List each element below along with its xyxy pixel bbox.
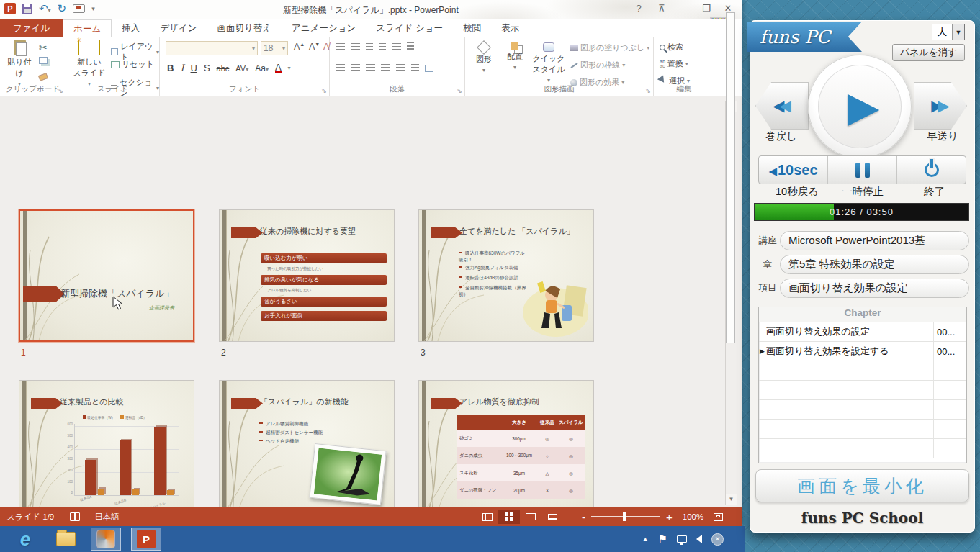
paste-button[interactable]: 貼り付け▾ <box>4 40 35 87</box>
scrollbar-thumb[interactable] <box>726 12 735 343</box>
size-select[interactable]: 大 ▼ <box>932 24 965 40</box>
tab-home[interactable]: ホーム <box>63 19 112 37</box>
size-select-arrow-icon[interactable]: ▼ <box>952 24 964 40</box>
copy-button[interactable] <box>39 57 48 64</box>
tab-file[interactable]: ファイル <box>0 19 63 37</box>
font-name-combo[interactable]: ▾ <box>166 41 258 55</box>
slide-thumbnail-6[interactable]: アレル物質を徹底抑制 大きさ 従来品 スパイラル 砂ゴミ300μm◎◎ ダニの成… <box>418 380 594 507</box>
new-slide-button[interactable]: ✳ 新しいスライド ▾ <box>71 40 108 87</box>
spellcheck-icon[interactable] <box>70 512 80 521</box>
font-color-button[interactable]: A <box>275 63 282 73</box>
play-button[interactable]: ▶ <box>808 55 912 158</box>
power-label: 終了 <box>924 185 945 199</box>
drawing-dialog-launcher[interactable]: ⇘ <box>645 87 651 94</box>
zoom-in-button[interactable]: + <box>666 511 673 523</box>
size-select-value: 大 <box>932 26 952 39</box>
show-hidden-icons[interactable]: ▲ <box>642 535 649 543</box>
tab-design[interactable]: デザイン <box>150 19 207 37</box>
increase-indent-icon[interactable] <box>379 43 386 51</box>
find-button[interactable]: 検索 <box>660 42 683 53</box>
tab-view[interactable]: 表示 <box>491 19 529 37</box>
arrange-button[interactable]: 配置▾ <box>501 40 529 71</box>
taskbar-explorer-icon[interactable] <box>50 528 81 551</box>
tab-review[interactable]: 校閲 <box>453 19 491 37</box>
action-center-flag-icon[interactable]: ⚑ <box>658 533 667 546</box>
align-right-icon[interactable] <box>366 64 375 72</box>
pause-button[interactable] <box>828 156 897 184</box>
character-spacing-button[interactable]: AV▾ <box>235 64 248 73</box>
tab-transitions[interactable]: 画面切り替え <box>207 19 282 37</box>
clipboard-dialog-launcher[interactable]: ⇘ <box>58 87 63 94</box>
italic-button[interactable]: I <box>180 63 184 73</box>
volume-icon[interactable] <box>696 535 702 543</box>
tab-slideshow[interactable]: スライド ショー <box>366 19 453 37</box>
taskbar-powerpoint-icon[interactable]: P <box>131 528 161 551</box>
bold-button[interactable]: B <box>167 63 174 73</box>
cut-button[interactable]: ✂ <box>39 42 48 53</box>
align-left-icon[interactable] <box>336 64 345 72</box>
slideshow-view-button[interactable] <box>541 510 563 524</box>
chapter-list-item[interactable]: ▶ 画面切り替え効果を設定する 00... <box>759 342 966 361</box>
language-indicator[interactable]: 日本語 <box>94 512 120 522</box>
change-case-button[interactable]: Aa▾ <box>255 63 269 73</box>
title-bar: P ↶▾ ↻ ▾ 新型掃除機「スパイラル」.pptx - PowerPoint … <box>0 0 742 19</box>
format-painter-button[interactable] <box>39 74 48 80</box>
minimize-screen-button[interactable]: 画面を最小化 <box>755 469 969 502</box>
power-button[interactable] <box>897 156 966 184</box>
taskbar-ie-icon[interactable]: e <box>10 528 40 551</box>
line-spacing-icon[interactable] <box>392 43 401 51</box>
slide-thumbnail-4[interactable]: 従来製品との比較 吸込仕事率（W） 運転音（dB） 600 500 400 30… <box>19 380 194 507</box>
zoom-percent[interactable]: 100% <box>683 512 703 521</box>
font-dialog-launcher[interactable]: ⇘ <box>321 87 327 94</box>
normal-view-button[interactable] <box>477 510 498 524</box>
justify-icon[interactable] <box>381 64 390 72</box>
bullets-icon[interactable] <box>336 43 345 51</box>
slide-thumbnail-5[interactable]: 「スパイラル」の新機能 アレル物質制御機能 超精密ダストセンサー機能 ヘッド自走… <box>219 380 395 507</box>
shapes-button[interactable]: 図形▾ <box>469 40 498 73</box>
distribute-icon[interactable] <box>396 64 405 72</box>
shrink-font-button[interactable]: A▼ <box>307 42 322 52</box>
chapter-list-item[interactable]: 画面切り替え効果の設定 00... <box>759 322 966 342</box>
zoom-slider[interactable] <box>591 516 660 517</box>
shape-outline-button[interactable]: 図形の枠線▾ <box>570 60 625 71</box>
slide-thumbnail-1[interactable]: 新型掃除機「スパイラル」 企画課発表 <box>19 209 194 342</box>
tab-insert[interactable]: 挿入 <box>112 19 150 37</box>
shape-fill-button[interactable]: 図形の塗りつぶし▾ <box>570 42 649 53</box>
zoom-out-button[interactable]: - <box>582 511 585 523</box>
underline-button[interactable]: U <box>191 63 197 73</box>
ribbon-display-options-button[interactable]: ⊼ <box>654 3 670 14</box>
tab-animations[interactable]: アニメーション <box>282 19 366 37</box>
grow-font-button[interactable]: A▲ <box>292 42 307 52</box>
minimize-button[interactable]: — <box>677 3 693 14</box>
progress-bar[interactable]: 01:26 / 03:50 <box>754 203 969 221</box>
disconnected-icon[interactable]: ✕ <box>711 533 724 546</box>
rewind-button[interactable]: ◀◀ <box>755 82 809 130</box>
subscript-button[interactable]: abc <box>217 64 230 73</box>
paragraph-dialog-launcher[interactable]: ⇘ <box>457 87 462 94</box>
text-direction-icon[interactable] <box>407 42 414 52</box>
convert-smartart-icon[interactable] <box>425 65 433 72</box>
back-10sec-button[interactable]: ◀10sec <box>759 156 828 184</box>
help-button[interactable]: ? <box>631 3 647 14</box>
fast-forward-button[interactable]: ▶▶ <box>914 82 967 130</box>
restore-button[interactable]: ❐ <box>698 3 714 14</box>
reading-view-button[interactable] <box>520 510 541 524</box>
hide-panel-button[interactable]: パネルを消す <box>892 44 965 61</box>
fit-to-window-button[interactable] <box>714 513 723 521</box>
rewind-label: 巻戻し <box>765 130 797 143</box>
decrease-indent-icon[interactable] <box>366 43 373 51</box>
slide-thumbnail-3[interactable]: 全てを満たした 「スパイラル」 吸込仕事率630Wのパワフル吸引！ 強力Ag脱臭… <box>418 209 594 342</box>
replace-button[interactable]: abac置換 ▾ <box>660 58 688 69</box>
quick-styles-button[interactable]: クイックスタイル ▾ <box>531 40 566 83</box>
columns-icon[interactable] <box>411 64 419 72</box>
align-center-icon[interactable] <box>351 64 360 72</box>
slide-sorter-view-button[interactable] <box>498 510 520 524</box>
network-icon[interactable] <box>677 535 687 543</box>
numbering-icon[interactable] <box>351 43 360 51</box>
scroll-down-arrow[interactable]: ▼ <box>726 494 737 505</box>
taskbar-funspc-app-icon[interactable] <box>91 528 121 551</box>
reset-button[interactable]: リセット <box>111 59 154 70</box>
font-size-combo[interactable]: 18▾ <box>261 41 288 55</box>
slide-thumbnail-2[interactable]: 従来の掃除機に対する要望 吸い込む力が弱い 買った時の吸引力が持続したい 排気の… <box>219 209 395 342</box>
strikethrough-button[interactable]: S <box>204 63 210 73</box>
